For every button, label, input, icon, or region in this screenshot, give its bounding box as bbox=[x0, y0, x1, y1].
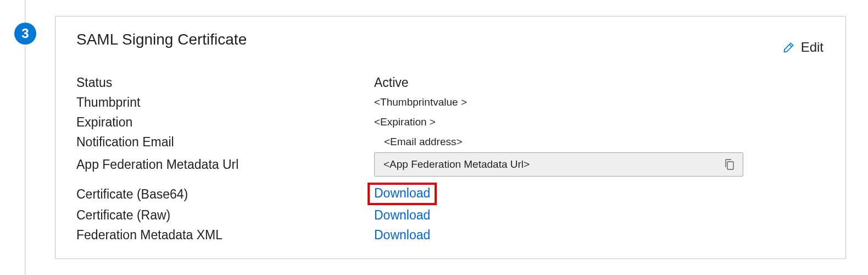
cert-raw-value-cell: Download bbox=[374, 208, 826, 223]
thumbprint-value: <Thumbprintvalue > bbox=[374, 96, 826, 108]
expiration-value: <Expiration > bbox=[374, 116, 826, 128]
federation-url-text: <App Federation Metadata Url> bbox=[383, 158, 722, 170]
saml-signing-certificate-card: SAML Signing Certificate Edit Status Act… bbox=[55, 16, 846, 259]
notification-email-label: Notification Email bbox=[76, 135, 374, 150]
federation-xml-row: Federation Metadata XML Download bbox=[76, 225, 826, 245]
expiration-label: Expiration bbox=[76, 115, 374, 130]
federation-xml-download-link[interactable]: Download bbox=[374, 228, 430, 242]
notification-email-value: <Email address> bbox=[374, 136, 826, 148]
notification-email-row: Notification Email <Email address> bbox=[76, 132, 826, 152]
download-highlight-box: Download bbox=[368, 183, 437, 205]
cert-raw-row: Certificate (Raw) Download bbox=[76, 205, 826, 225]
step-number-badge: 3 bbox=[14, 23, 36, 45]
step-connector-line-bottom bbox=[25, 45, 26, 275]
expiration-row: Expiration <Expiration > bbox=[76, 112, 826, 132]
cert-base64-row: Certificate (Base64) Download bbox=[76, 184, 826, 205]
federation-url-label: App Federation Metadata Url bbox=[76, 157, 374, 172]
thumbprint-label: Thumbprint bbox=[76, 95, 374, 110]
cert-raw-label: Certificate (Raw) bbox=[76, 208, 374, 223]
copy-url-button[interactable] bbox=[722, 156, 737, 173]
federation-url-field[interactable]: <App Federation Metadata Url> bbox=[374, 152, 743, 177]
edit-button[interactable]: Edit bbox=[780, 37, 826, 57]
cert-base64-value-cell: Download bbox=[374, 184, 826, 205]
svg-line-0 bbox=[789, 45, 792, 47]
thumbprint-row: Thumbprint <Thumbprintvalue > bbox=[76, 92, 826, 112]
step-number: 3 bbox=[21, 26, 29, 41]
svg-rect-1 bbox=[727, 162, 733, 169]
status-value: Active bbox=[374, 75, 826, 90]
step-connector-line-top bbox=[25, 0, 26, 23]
edit-button-label: Edit bbox=[801, 40, 824, 55]
federation-xml-value-cell: Download bbox=[374, 228, 826, 243]
federation-xml-label: Federation Metadata XML bbox=[76, 228, 374, 243]
cert-raw-download-link[interactable]: Download bbox=[374, 208, 430, 222]
pencil-icon bbox=[782, 41, 795, 54]
federation-url-value-cell: <App Federation Metadata Url> bbox=[374, 152, 826, 177]
copy-icon bbox=[724, 158, 735, 170]
cert-base64-label: Certificate (Base64) bbox=[76, 187, 374, 202]
federation-url-row: App Federation Metadata Url <App Federat… bbox=[76, 152, 826, 177]
card-title: SAML Signing Certificate bbox=[76, 31, 247, 48]
cert-base64-download-link[interactable]: Download bbox=[374, 186, 430, 201]
card-header: SAML Signing Certificate Edit bbox=[76, 31, 826, 57]
status-row: Status Active bbox=[76, 73, 826, 92]
status-label: Status bbox=[76, 75, 374, 90]
